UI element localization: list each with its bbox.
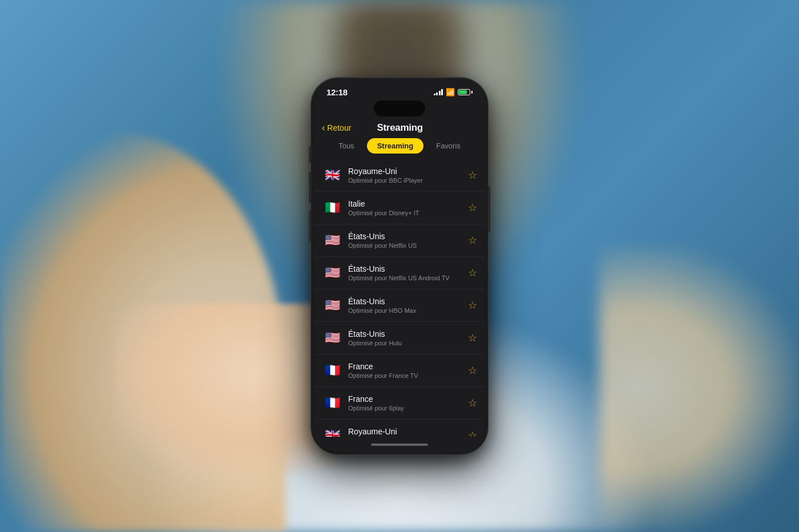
server-item[interactable]: 🇫🇷FranceOptimisé pour 6play☆: [315, 387, 484, 420]
server-subtitle: Optimisé pour Hulu: [348, 340, 462, 346]
tab-tous[interactable]: Tous: [328, 138, 364, 154]
server-subtitle: Optimisé pour HBO Max: [348, 307, 462, 314]
server-country: États-Unis: [348, 329, 462, 338]
favorite-button[interactable]: ☆: [468, 299, 477, 312]
server-country: États-Unis: [348, 232, 462, 241]
status-time: 12:18: [326, 87, 348, 97]
back-chevron-icon: ‹: [322, 123, 325, 133]
nav-title: Streaming: [351, 122, 449, 134]
volume-up-button[interactable]: [309, 172, 311, 203]
tab-streaming[interactable]: Streaming: [367, 138, 424, 154]
signal-icon: [434, 89, 443, 95]
favorite-button[interactable]: ☆: [468, 201, 477, 214]
nav-bar: ‹ Retour Streaming: [313, 116, 486, 138]
server-info: FranceOptimisé pour France TV: [348, 362, 462, 379]
server-info: Royaume-UniOptimisé pour BBC iPlayer: [348, 167, 462, 184]
server-subtitle: Optimisé pour Netflix US Android TV: [348, 275, 462, 281]
back-button[interactable]: ‹ Retour: [322, 123, 351, 133]
server-country: Italie: [348, 199, 462, 208]
flag-icon: 🇺🇸: [322, 263, 342, 283]
power-button[interactable]: [488, 186, 490, 232]
phone-screen: 12:18 📶: [313, 79, 486, 453]
server-info: États-UnisOptimisé pour Netflix US Andro…: [348, 264, 462, 281]
server-country: France: [348, 394, 462, 404]
server-subtitle: Optimisé pour Disney+ IT: [348, 209, 462, 216]
server-info: États-UnisOptimisé pour HBO Max: [348, 297, 462, 314]
home-bar: [371, 444, 428, 446]
flag-icon: 🇺🇸: [322, 295, 342, 316]
server-country: Royaume-Uni: [348, 167, 462, 176]
server-item[interactable]: 🇺🇸États-UnisOptimisé pour HBO Max☆: [315, 289, 484, 322]
server-info: Royaume-UniOptimisé pour Netflix UK: [348, 427, 462, 437]
favorite-button[interactable]: ☆: [468, 397, 477, 409]
wifi-icon: 📶: [446, 88, 455, 96]
server-item[interactable]: 🇺🇸États-UnisOptimisé pour Netflix US☆: [315, 224, 484, 257]
flag-icon: 🇬🇧: [322, 425, 342, 437]
server-country: France: [348, 362, 462, 371]
flag-icon: 🇫🇷: [322, 360, 342, 381]
server-country: Royaume-Uni: [348, 427, 462, 436]
server-item[interactable]: 🇺🇸États-UnisOptimisé pour Netflix US And…: [315, 257, 484, 289]
dynamic-island: [374, 100, 425, 116]
favorite-button[interactable]: ☆: [468, 169, 477, 182]
phone-wrapper: 12:18 📶: [311, 78, 488, 454]
hand-right: [599, 247, 799, 532]
flag-icon: 🇺🇸: [322, 328, 342, 348]
favorite-button[interactable]: ☆: [468, 332, 477, 344]
back-label: Retour: [327, 123, 351, 132]
server-subtitle: Optimisé pour Netflix US: [348, 242, 462, 249]
server-info: ItalieOptimisé pour Disney+ IT: [348, 199, 462, 216]
favorite-button[interactable]: ☆: [468, 364, 477, 377]
home-indicator: [313, 437, 486, 453]
server-subtitle: Optimisé pour France TV: [348, 372, 462, 379]
tabs-container: Tous Streaming Favoris: [313, 138, 486, 159]
server-country: États-Unis: [348, 297, 462, 306]
flag-icon: 🇺🇸: [322, 230, 342, 251]
fingers: [114, 304, 342, 475]
server-country: États-Unis: [348, 264, 462, 273]
flag-icon: 🇮🇹: [322, 198, 342, 218]
server-item[interactable]: 🇬🇧Royaume-UniOptimisé pour Netflix UK☆: [315, 420, 484, 437]
tab-favoris[interactable]: Favoris: [426, 138, 471, 154]
server-info: États-UnisOptimisé pour Netflix US: [348, 232, 462, 249]
server-subtitle: Optimisé pour 6play: [348, 405, 462, 412]
server-item[interactable]: 🇺🇸États-UnisOptimisé pour Hulu☆: [315, 322, 484, 354]
status-bar: 12:18 📶: [313, 79, 486, 97]
favorite-button[interactable]: ☆: [468, 267, 477, 279]
flag-icon: 🇫🇷: [322, 393, 342, 413]
battery-icon: [458, 89, 473, 95]
status-icons: 📶: [434, 88, 473, 96]
server-info: FranceOptimisé pour 6play: [348, 394, 462, 412]
server-list: 🇬🇧Royaume-UniOptimisé pour BBC iPlayer☆🇮…: [313, 159, 486, 437]
favorite-button[interactable]: ☆: [468, 234, 477, 247]
favorite-button[interactable]: ☆: [468, 429, 477, 437]
server-item[interactable]: 🇮🇹ItalieOptimisé pour Disney+ IT☆: [315, 192, 484, 224]
volume-down-button[interactable]: [309, 210, 311, 241]
server-info: États-UnisOptimisé pour Hulu: [348, 329, 462, 346]
server-item[interactable]: 🇫🇷FranceOptimisé pour France TV☆: [315, 354, 484, 387]
server-subtitle: Optimisé pour BBC iPlayer: [348, 177, 462, 184]
flag-icon: 🇬🇧: [322, 165, 342, 186]
phone-device: 12:18 📶: [311, 78, 488, 454]
mute-button[interactable]: [309, 146, 311, 163]
server-item[interactable]: 🇬🇧Royaume-UniOptimisé pour BBC iPlayer☆: [315, 159, 484, 192]
